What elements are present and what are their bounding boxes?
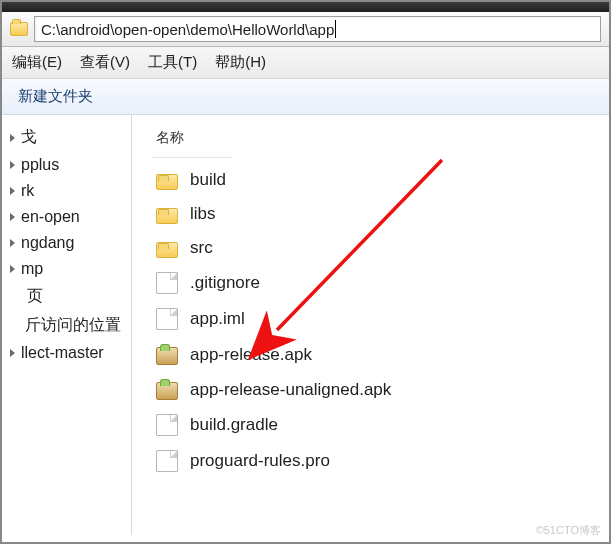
nav-label: pplus [21, 156, 59, 174]
expand-icon[interactable] [10, 239, 15, 247]
folder-icon [10, 22, 28, 36]
nav-item[interactable]: llect-master [2, 340, 131, 366]
address-path: C:\android\open-open\demo\HelloWorld\app [41, 21, 334, 38]
watermark: ©51CTO博客 [536, 523, 601, 538]
nav-label: 页 [27, 286, 43, 307]
file-name: app.iml [190, 309, 245, 329]
text-caret [335, 20, 336, 38]
file-icon [156, 450, 178, 472]
list-item[interactable]: libs [152, 202, 597, 226]
expand-icon[interactable] [10, 265, 15, 273]
menu-tools[interactable]: 工具(T) [148, 53, 197, 72]
nav-label: 斤访问的位置 [25, 315, 121, 336]
menu-edit[interactable]: 编辑(E) [12, 53, 62, 72]
folder-icon [156, 208, 178, 224]
list-item[interactable]: build [152, 168, 597, 192]
menu-bar: 编辑(E) 查看(V) 工具(T) 帮助(H) [2, 47, 609, 79]
nav-item[interactable]: rk [2, 178, 131, 204]
file-list: build libs src .gitignore app.iml app-re… [152, 168, 597, 474]
file-name: proguard-rules.pro [190, 451, 330, 471]
file-name: .gitignore [190, 273, 260, 293]
file-icon [156, 308, 178, 330]
list-item[interactable]: app-release.apk [152, 342, 597, 367]
menu-view[interactable]: 查看(V) [80, 53, 130, 72]
file-name: build [190, 170, 226, 190]
navigation-pane[interactable]: 戈 pplus rk en-open ngdang mp 页 斤访问的位置 ll… [2, 115, 132, 535]
apk-icon [156, 382, 178, 400]
expand-icon[interactable] [10, 349, 15, 357]
list-item[interactable]: build.gradle [152, 412, 597, 438]
toolbar: 新建文件夹 [2, 79, 609, 115]
list-item[interactable]: app-release-unaligned.apk [152, 377, 597, 402]
nav-item[interactable]: 戈 [2, 123, 131, 152]
expand-icon[interactable] [10, 161, 15, 169]
list-item[interactable]: .gitignore [152, 270, 597, 296]
main-split: 戈 pplus rk en-open ngdang mp 页 斤访问的位置 ll… [2, 115, 609, 535]
nav-item[interactable]: 页 [2, 282, 131, 311]
nav-item[interactable]: mp [2, 256, 131, 282]
expand-icon[interactable] [10, 187, 15, 195]
list-item[interactable]: app.iml [152, 306, 597, 332]
file-name: build.gradle [190, 415, 278, 435]
nav-label: ngdang [21, 234, 74, 252]
folder-icon [156, 242, 178, 258]
expand-icon[interactable] [10, 134, 15, 142]
file-name: src [190, 238, 213, 258]
apk-icon [156, 347, 178, 365]
nav-label: rk [21, 182, 34, 200]
nav-item[interactable]: en-open [2, 204, 131, 230]
content-pane[interactable]: 名称 build libs src .gitignore app.iml app… [132, 115, 609, 535]
nav-item[interactable]: ngdang [2, 230, 131, 256]
file-name: app-release.apk [190, 345, 312, 365]
expand-icon[interactable] [10, 213, 15, 221]
list-item[interactable]: src [152, 236, 597, 260]
address-input[interactable]: C:\android\open-open\demo\HelloWorld\app [34, 16, 601, 42]
new-folder-button[interactable]: 新建文件夹 [18, 87, 93, 104]
folder-icon [156, 174, 178, 190]
file-icon [156, 272, 178, 294]
menu-help[interactable]: 帮助(H) [215, 53, 266, 72]
window-titlebar [2, 2, 609, 12]
nav-label: 戈 [21, 127, 37, 148]
file-name: app-release-unaligned.apk [190, 380, 391, 400]
nav-label: en-open [21, 208, 80, 226]
file-name: libs [190, 204, 216, 224]
list-item[interactable]: proguard-rules.pro [152, 448, 597, 474]
file-icon [156, 414, 178, 436]
address-bar: C:\android\open-open\demo\HelloWorld\app [2, 12, 609, 47]
nav-item[interactable]: 斤访问的位置 [2, 311, 131, 340]
nav-label: mp [21, 260, 43, 278]
column-header-name[interactable]: 名称 [152, 125, 232, 158]
nav-item[interactable]: pplus [2, 152, 131, 178]
explorer-window: C:\android\open-open\demo\HelloWorld\app… [0, 0, 611, 544]
nav-label: llect-master [21, 344, 104, 362]
